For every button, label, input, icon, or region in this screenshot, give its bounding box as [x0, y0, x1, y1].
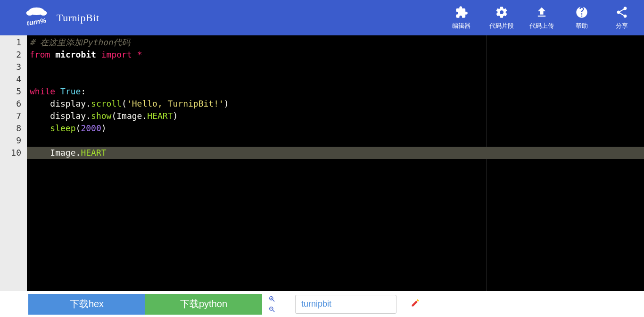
nav-editor[interactable]: 编辑器 — [448, 6, 474, 30]
code-editor[interactable]: 12345678910 # 在这里添加Python代码from microbit… — [0, 35, 644, 291]
line-number: 8 — [0, 122, 21, 134]
nav: 编辑器 代码片段 代码上传 帮助 分享 — [448, 6, 635, 30]
nav-label: 编辑器 — [452, 22, 471, 30]
code-line[interactable]: sleep(2000) — [30, 122, 644, 134]
code-line[interactable]: Image.HEART — [30, 147, 644, 159]
code-line[interactable]: display.scroll('Hello, TurnipBit!') — [30, 98, 644, 110]
code-line[interactable]: from microbit import * — [30, 49, 644, 61]
filename-input[interactable] — [301, 299, 411, 309]
line-number: 10 — [0, 147, 21, 159]
zoom-controls — [268, 295, 276, 314]
nav-label: 代码片段 — [489, 22, 514, 30]
nav-label: 代码上传 — [529, 22, 554, 30]
code-line[interactable]: display.show(Image.HEART) — [30, 110, 644, 122]
line-number: 2 — [0, 49, 21, 61]
code-line[interactable]: # 在这里添加Python代码 — [30, 36, 644, 49]
filename-field[interactable] — [295, 295, 396, 314]
nav-share[interactable]: 分享 — [609, 6, 635, 30]
upload-icon — [535, 6, 548, 19]
nav-label: 分享 — [616, 22, 628, 30]
line-number: 4 — [0, 73, 21, 85]
line-number: 3 — [0, 61, 21, 73]
line-number: 6 — [0, 98, 21, 110]
share-icon — [615, 6, 628, 19]
pencil-icon — [411, 298, 420, 310]
nav-snippet[interactable]: 代码片段 — [488, 6, 514, 30]
code-line[interactable] — [30, 134, 644, 147]
code-line[interactable] — [30, 73, 644, 85]
code-line[interactable]: while True: — [30, 85, 644, 98]
nav-label: 帮助 — [576, 22, 588, 30]
download-python-button[interactable]: 下载python — [145, 294, 262, 315]
question-icon — [575, 6, 588, 19]
svg-text:turn%: turn% — [26, 17, 47, 27]
line-gutter: 12345678910 — [0, 35, 27, 291]
code-area[interactable]: # 在这里添加Python代码from microbit import *whi… — [27, 35, 644, 291]
nav-upload[interactable]: 代码上传 — [528, 6, 554, 30]
download-hex-button[interactable]: 下载hex — [28, 294, 145, 315]
line-number: 7 — [0, 110, 21, 122]
logo-area: turn% TurnipBit — [24, 6, 99, 30]
puzzle-icon — [455, 6, 468, 19]
ruler-line — [487, 35, 487, 291]
svg-point-1 — [26, 10, 33, 16]
gears-icon — [495, 6, 508, 19]
nav-help[interactable]: 帮助 — [569, 6, 594, 30]
line-number: 5 — [0, 85, 21, 98]
zoom-in-button[interactable] — [268, 295, 276, 303]
logo-icon: turn% — [24, 6, 50, 30]
footer: 下载hex 下载python — [0, 291, 644, 317]
code-line[interactable] — [30, 61, 644, 73]
svg-point-2 — [40, 10, 47, 16]
line-number: 9 — [0, 134, 21, 147]
brand-name: TurnipBit — [57, 12, 99, 24]
zoom-out-button[interactable] — [268, 305, 276, 314]
line-number: 1 — [0, 36, 21, 49]
header: turn% TurnipBit 编辑器 代码片段 代码上传 — [0, 0, 644, 35]
